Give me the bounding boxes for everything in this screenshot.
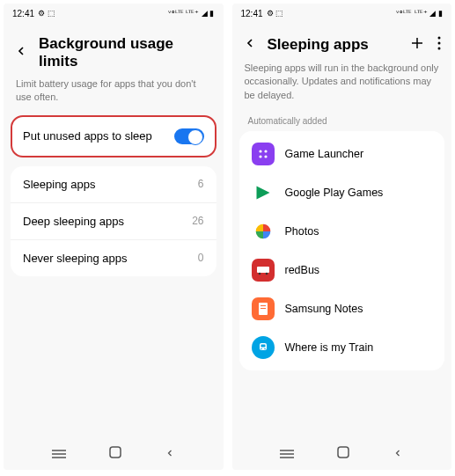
- status-network: ᵛᵒᴸᵀᴱ ᴸᵀᴱ⁺ ◢ ▮: [396, 9, 443, 18]
- list-label: Deep sleeping apps: [23, 215, 124, 228]
- page-subtitle: Sleeping apps will run in the background…: [232, 62, 452, 113]
- row-sleeping-apps[interactable]: Sleeping apps 6: [11, 166, 216, 203]
- svg-point-11: [259, 156, 261, 158]
- app-name: Where is my Train: [285, 341, 374, 354]
- toggle-switch-icon[interactable]: [174, 128, 204, 144]
- back-icon[interactable]: [243, 36, 257, 54]
- svg-rect-3: [110, 447, 121, 458]
- status-indicators: ⚙ ⬚: [38, 9, 55, 18]
- svg-point-6: [438, 37, 441, 40]
- svg-point-21: [261, 348, 262, 350]
- app-row[interactable]: Game Launcher: [239, 135, 445, 173]
- redbus-icon: [252, 259, 275, 282]
- apps-list: Game Launcher Google Play Games Photos r…: [239, 131, 445, 370]
- list-count: 6: [198, 178, 204, 190]
- limits-list: Sleeping apps 6 Deep sleeping apps 26 Ne…: [11, 166, 216, 276]
- app-row[interactable]: Where is my Train: [239, 328, 445, 367]
- play-games-icon: [252, 181, 275, 204]
- row-deep-sleeping-apps[interactable]: Deep sleeping apps 26: [11, 203, 216, 240]
- status-bar: 12:41 ⚙ ⬚ ᵛᵒᴸᵀᴱ ᴸᵀᴱ⁺ ◢ ▮: [232, 4, 452, 23]
- photos-icon: [252, 220, 275, 243]
- status-indicators: ⚙ ⬚: [267, 9, 284, 18]
- status-time: 12:41: [12, 9, 34, 18]
- nav-home-icon[interactable]: [109, 446, 121, 462]
- svg-rect-17: [261, 305, 266, 306]
- phone-right: 12:41 ⚙ ⬚ ᵛᵒᴸᵀᴱ ᴸᵀᴱ⁺ ◢ ▮ Sleeping apps S…: [232, 4, 452, 470]
- app-name: Photos: [285, 225, 319, 238]
- svg-point-9: [259, 150, 261, 153]
- app-name: Samsung Notes: [285, 303, 363, 315]
- status-network: ᵛᵒᴸᵀᴱ ᴸᵀᴱ⁺ ◢ ▮: [168, 9, 215, 18]
- svg-point-8: [438, 48, 441, 50]
- toggle-unused-apps[interactable]: Put unused apps to sleep: [11, 115, 216, 157]
- list-label: Sleeping apps: [23, 178, 95, 191]
- svg-point-7: [438, 42, 441, 45]
- train-icon: [252, 336, 275, 359]
- app-name: Google Play Games: [285, 187, 384, 199]
- app-name: redBus: [285, 264, 320, 276]
- row-never-sleeping-apps[interactable]: Never sleeping apps 0: [11, 240, 216, 276]
- svg-point-10: [264, 150, 267, 153]
- page-subtitle: Limit battery usage for apps that you do…: [4, 77, 224, 115]
- game-launcher-icon: [252, 143, 275, 165]
- more-icon[interactable]: [437, 36, 441, 54]
- list-label: Never sleeping apps: [23, 252, 128, 265]
- header-left: Background usage limits: [4, 23, 224, 77]
- svg-rect-18: [261, 308, 266, 309]
- section-header: Automatically added: [232, 113, 452, 131]
- nav-recent-icon[interactable]: [52, 446, 66, 462]
- nav-back-icon[interactable]: [165, 446, 175, 462]
- svg-point-12: [264, 156, 267, 158]
- svg-point-14: [258, 273, 261, 275]
- list-count: 0: [198, 252, 204, 264]
- svg-rect-26: [338, 447, 349, 458]
- page-title: Background usage limits: [39, 35, 213, 70]
- app-row[interactable]: redBus: [239, 251, 445, 289]
- add-icon[interactable]: [409, 35, 425, 55]
- svg-rect-20: [261, 345, 265, 348]
- header-right: Sleeping apps: [232, 23, 452, 62]
- app-row[interactable]: Photos: [239, 212, 445, 251]
- list-count: 26: [192, 215, 203, 227]
- app-row[interactable]: Samsung Notes: [239, 289, 445, 328]
- app-row[interactable]: Google Play Games: [239, 173, 445, 212]
- svg-point-15: [265, 273, 268, 275]
- status-bar: 12:41 ⚙ ⬚ ᵛᵒᴸᵀᴱ ᴸᵀᴱ⁺ ◢ ▮: [4, 4, 224, 23]
- toggle-label: Put unused apps to sleep: [23, 129, 152, 143]
- app-name: Game Launcher: [285, 148, 364, 160]
- status-time: 12:41: [241, 9, 263, 18]
- svg-rect-13: [257, 267, 269, 273]
- nav-back-icon[interactable]: [393, 446, 403, 462]
- nav-home-icon[interactable]: [337, 446, 349, 462]
- nav-recent-icon[interactable]: [280, 446, 294, 462]
- phone-left: 12:41 ⚙ ⬚ ᵛᵒᴸᵀᴱ ᴸᵀᴱ⁺ ◢ ▮ Background usag…: [4, 4, 224, 470]
- nav-bar: [232, 438, 452, 470]
- samsung-notes-icon: [252, 297, 275, 320]
- svg-point-22: [264, 348, 266, 350]
- back-icon[interactable]: [14, 44, 28, 62]
- nav-bar: [4, 438, 224, 470]
- page-title: Sleeping apps: [268, 36, 400, 54]
